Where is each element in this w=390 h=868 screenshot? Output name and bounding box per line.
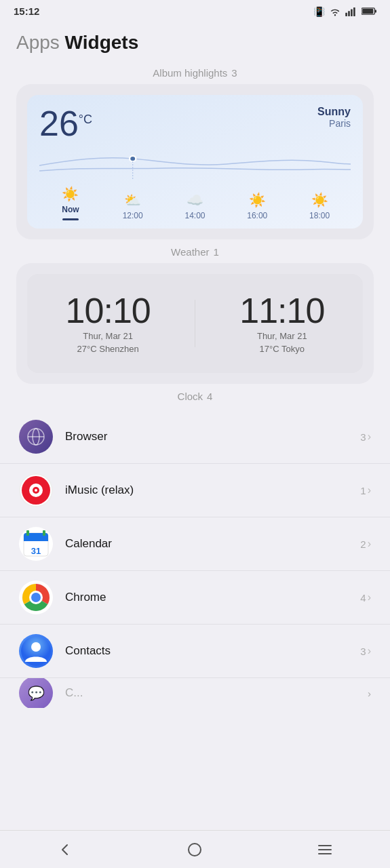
status-time: 15:12	[14, 5, 39, 17]
clock-divider	[195, 300, 195, 347]
chrome-chevron-icon: ›	[368, 591, 371, 604]
weather-temperature: 26°C	[39, 106, 92, 141]
cloud-sun-icon: ⛅	[124, 192, 141, 208]
svg-point-25	[31, 593, 41, 602]
weather-top: 26°C Sunny Paris	[39, 106, 351, 141]
imusic-icon	[19, 473, 53, 507]
chrome-count: 4	[360, 592, 366, 604]
clock-section-label: Clock 4	[0, 391, 390, 402]
clock-card-inner: 10:10 Thur, Mar 21 27°C Shenzhen 11:10 T…	[27, 274, 363, 373]
status-bar: 15:12 📳	[0, 0, 390, 20]
clock-time-shenzhen: 10:10	[66, 293, 151, 328]
browser-chevron-icon: ›	[368, 431, 371, 443]
apps-label: Apps	[16, 32, 60, 53]
weather-location: Sunny Paris	[317, 106, 351, 129]
svg-text:31: 31	[31, 546, 41, 556]
sun-icon: ☀️	[62, 186, 79, 202]
svg-rect-5	[375, 9, 376, 12]
sun-icon-1600: ☀️	[249, 192, 266, 208]
bottom-nav	[0, 830, 390, 868]
weather-card-inner: 26°C Sunny Paris ☀️	[27, 95, 363, 229]
weather-time-1800: ☀️ 18:00	[288, 192, 351, 220]
weather-widget[interactable]: 26°C Sunny Paris ☀️	[16, 84, 374, 239]
app-list: Browser 3 › iMusic (relax) 1 ›	[0, 410, 390, 708]
contacts-count: 3	[360, 646, 366, 657]
conversation-icon-glyph: 💬	[28, 685, 45, 701]
home-button[interactable]	[180, 835, 210, 865]
imusic-count-chevron: 1 ›	[360, 484, 371, 496]
clock-time-tokyo: 11:10	[239, 293, 324, 328]
back-button[interactable]	[50, 835, 80, 865]
svg-rect-2	[351, 9, 353, 16]
chrome-icon	[19, 580, 53, 614]
browser-name: Browser	[65, 430, 360, 443]
svg-rect-6	[362, 9, 373, 14]
calendar-name: Calendar	[65, 537, 360, 551]
page-title: Apps Widgets	[16, 32, 374, 54]
calendar-icon: 31	[19, 527, 53, 561]
svg-rect-18	[24, 538, 48, 541]
conversation-icon: 💬	[19, 678, 53, 708]
weather-time-1400: ☁️ 14:00	[164, 192, 227, 220]
clock-tokyo: 11:10 Thur, Mar 21 17°C Tokyo	[239, 293, 324, 354]
svg-rect-1	[348, 11, 350, 16]
calendar-count-chevron: 2 ›	[360, 538, 371, 550]
clock-date-tokyo: Thur, Mar 21	[257, 331, 307, 341]
imusic-name: iMusic (relax)	[65, 484, 360, 497]
svg-rect-20	[26, 530, 29, 536]
contacts-name: Contacts	[65, 644, 360, 658]
weather-time-1600: ☀️ 16:00	[226, 192, 288, 220]
svg-point-7	[130, 156, 136, 161]
app-item-chrome[interactable]: Chrome 4 ›	[0, 571, 390, 625]
wifi-icon	[329, 7, 341, 16]
sun-icon-1800: ☀️	[311, 192, 328, 208]
browser-count-chevron: 3 ›	[360, 431, 371, 443]
partial-count-chevron: ›	[368, 688, 371, 699]
svg-point-27	[31, 642, 41, 652]
weather-time-1200: ⛅ 12:00	[102, 192, 164, 220]
imusic-count: 1	[360, 485, 366, 496]
svg-rect-3	[353, 7, 355, 16]
signal-icon	[345, 7, 357, 16]
browser-count: 3	[360, 431, 366, 443]
widgets-label: Widgets	[65, 32, 139, 53]
album-highlights-label: Album highlights 3	[0, 67, 390, 79]
partial-app-text: C...	[65, 686, 83, 700]
clock-shenzhen: 10:10 Thur, Mar 21 27°C Shenzhen	[66, 293, 151, 354]
app-item-imusic[interactable]: iMusic (relax) 1 ›	[0, 464, 390, 517]
weather-time-now: ☀️ Now	[39, 186, 102, 220]
menu-button[interactable]	[310, 835, 340, 865]
status-icons: 📳	[313, 6, 376, 17]
app-item-browser[interactable]: Browser 3 ›	[0, 410, 390, 464]
svg-point-28	[189, 844, 201, 856]
weather-section-label: Weather 1	[0, 246, 390, 258]
app-item-partial[interactable]: 💬 C... ›	[0, 678, 390, 708]
clock-widget[interactable]: 10:10 Thur, Mar 21 27°C Shenzhen 11:10 T…	[16, 263, 374, 384]
app-item-contacts[interactable]: Contacts 3 ›	[0, 625, 390, 678]
battery-icon	[362, 7, 376, 16]
calendar-count: 2	[360, 538, 366, 550]
weather-times: ☀️ Now ⛅ 12:00 ☁️ 14:00 ☀️ 16:00 ☀️ 18:0…	[39, 186, 351, 220]
svg-rect-21	[43, 530, 45, 536]
clock-date-shenzhen: Thur, Mar 21	[83, 331, 133, 341]
browser-icon	[19, 420, 53, 454]
vibrate-icon: 📳	[313, 6, 325, 17]
weather-chart	[39, 146, 351, 179]
svg-rect-0	[345, 12, 347, 16]
clock-location-tokyo: 17°C Tokyo	[260, 344, 305, 354]
chrome-name: Chrome	[65, 591, 360, 604]
chrome-count-chevron: 4 ›	[360, 591, 371, 604]
imusic-chevron-icon: ›	[368, 484, 371, 496]
contacts-chevron-icon: ›	[368, 645, 371, 657]
calendar-chevron-icon: ›	[368, 538, 371, 550]
contacts-count-chevron: 3 ›	[360, 645, 371, 657]
header: Apps Widgets	[0, 20, 390, 60]
cloud-icon: ☁️	[187, 192, 203, 208]
svg-point-15	[35, 489, 37, 492]
clock-location-shenzhen: 27°C Shenzhen	[77, 344, 139, 354]
app-item-calendar[interactable]: 31 Calendar 2 ›	[0, 517, 390, 571]
contacts-icon	[19, 634, 53, 668]
